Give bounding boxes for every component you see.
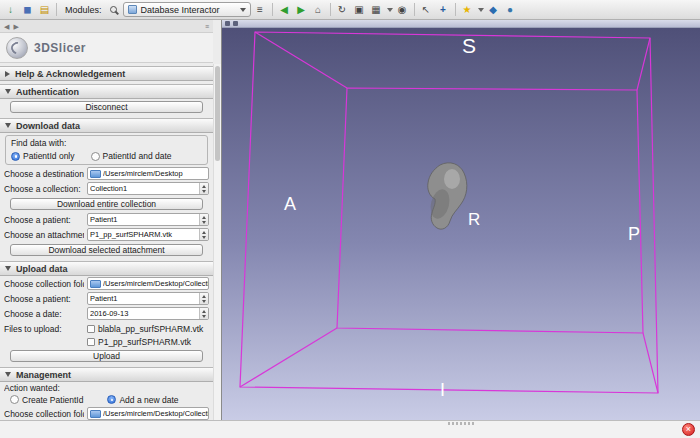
module-menu-icon[interactable]: ≡ xyxy=(253,2,268,18)
spinner-icon[interactable] xyxy=(199,308,208,319)
spinner-icon[interactable] xyxy=(199,293,208,304)
download-patient-row: Choose a patient: Patient1 xyxy=(0,212,213,227)
upload-folder-path-button[interactable]: /Users/mirclem/Desktop/Collection1 xyxy=(87,277,209,290)
view-pin-icon[interactable] xyxy=(225,21,230,26)
radio-patientid-and-date[interactable]: PatientId and date xyxy=(91,151,172,161)
management-folder-value: /Users/mirclem/Desktop/Collection1 xyxy=(103,409,208,418)
crosshair-icon[interactable]: + xyxy=(436,2,451,18)
upload-patient-combo[interactable]: Patient1 xyxy=(87,292,209,305)
spinner-icon[interactable] xyxy=(199,214,208,225)
view-controller-bar[interactable] xyxy=(222,20,700,28)
favorites-star-icon[interactable]: ★ xyxy=(460,2,475,18)
upload-patient-row: Choose a patient: Patient1 xyxy=(0,291,213,306)
screenshot-icon[interactable]: ◉ xyxy=(395,2,410,18)
extensions-icon[interactable]: ◆ xyxy=(486,2,501,18)
file-checkbox-2[interactable]: P1_pp_surfSPHARM.vtk xyxy=(87,337,191,347)
view-3d-icon[interactable]: ▣ xyxy=(352,2,367,18)
download-selected-attachment-button[interactable]: Download selected attachment xyxy=(10,244,203,256)
radio-unselected-icon xyxy=(91,152,100,161)
toolbar-separator xyxy=(330,3,331,16)
radio-label: PatientId and date xyxy=(103,151,172,161)
collapse-down-icon xyxy=(5,89,11,94)
orientation-label-anterior: A xyxy=(284,194,296,215)
model-surface[interactable] xyxy=(428,163,467,229)
collection-value: Collection1 xyxy=(90,184,197,193)
attachment-combo[interactable]: P1_pp_surfSPHARM.vtk xyxy=(87,228,209,241)
files-to-upload-label: Files to upload: xyxy=(4,324,84,334)
section-title: Upload data xyxy=(16,264,68,274)
upload-date-row: Choose a date: 2016-09-13 xyxy=(0,306,213,321)
toolbar-separator xyxy=(414,3,415,16)
spinner-icon[interactable] xyxy=(199,183,208,194)
slicer-window: ↓ ◼ ▤ Modules: Database Interactor ≡ ◀ ▶… xyxy=(0,0,700,438)
disconnect-button[interactable]: Disconnect xyxy=(10,101,203,113)
section-upload-data[interactable]: Upload data xyxy=(0,261,213,276)
section-download-data[interactable]: Download data xyxy=(0,118,213,133)
magnifier-glyph xyxy=(110,6,117,13)
threed-viewport: S A R P I xyxy=(222,20,700,420)
patient-value: Patient1 xyxy=(90,215,197,224)
main-area: ◀ ▶ ≡ 3DSlicer Help & Acknowledgement Au… xyxy=(0,20,700,420)
radio-patientid-only[interactable]: PatientId only xyxy=(11,151,75,161)
layout-caret-icon[interactable] xyxy=(387,8,393,12)
file-name: P1_pp_surfSPHARM.vtk xyxy=(98,337,191,347)
orientation-label-posterior: P xyxy=(628,224,640,245)
section-title: Authentication xyxy=(16,87,79,97)
section-authentication[interactable]: Authentication xyxy=(0,84,213,99)
upload-folder-label: Choose collection folder: xyxy=(4,279,84,289)
module-home-icon[interactable]: ⌂ xyxy=(311,2,326,18)
history-forward-icon[interactable]: ▶ xyxy=(294,2,309,18)
date-combo[interactable]: 2016-09-13 xyxy=(87,307,209,320)
module-search-icon[interactable] xyxy=(106,2,121,18)
radio-create-patientid[interactable]: Create PatientId xyxy=(10,395,83,405)
panel-back-icon[interactable]: ◀ xyxy=(4,23,9,30)
attachment-label: Choose an attachment: xyxy=(4,230,84,240)
save-icon[interactable]: ◼ xyxy=(20,2,35,18)
history-back-icon[interactable]: ◀ xyxy=(277,2,292,18)
section-help-acknowledgement[interactable]: Help & Acknowledgement xyxy=(0,66,213,81)
upload-folder-row: Choose collection folder: /Users/mirclem… xyxy=(0,276,213,291)
panel-forward-icon[interactable]: ▶ xyxy=(13,23,18,30)
file-checkbox-1[interactable]: blabla_pp_surfSPHARM.vtk xyxy=(87,324,203,334)
download-patient-combo[interactable]: Patient1 xyxy=(87,213,209,226)
mouse-mode-icon[interactable]: ↖ xyxy=(419,2,434,18)
find-data-radios: PatientId only PatientId and date xyxy=(11,151,202,161)
download-entire-collection-button[interactable]: Download entire collection xyxy=(10,198,203,210)
orientation-label-inferior: I xyxy=(440,380,445,401)
destination-path-value: /Users/mirclem/Desktop xyxy=(103,169,208,178)
management-folder-row: Choose collection folder: /Users/mirclem… xyxy=(0,406,213,420)
dicom-icon[interactable]: ▤ xyxy=(37,2,52,18)
panel-scrollbar[interactable] xyxy=(213,64,221,420)
radio-add-new-date[interactable]: Add a new date xyxy=(107,395,178,405)
error-log-button[interactable]: × xyxy=(682,423,695,436)
radio-label: PatientId only xyxy=(23,151,75,161)
view-menu-icon[interactable] xyxy=(233,21,238,26)
scrollbar-thumb[interactable] xyxy=(215,66,220,161)
attachment-row: Choose an attachment: P1_pp_surfSPHARM.v… xyxy=(0,227,213,242)
toolbar-separator xyxy=(272,3,273,16)
splitter-grip[interactable] xyxy=(448,422,474,425)
section-management[interactable]: Management xyxy=(0,367,213,382)
date-value: 2016-09-13 xyxy=(90,309,197,318)
layout-icon[interactable]: ▦ xyxy=(369,2,384,18)
load-data-icon[interactable]: ↓ xyxy=(3,2,18,18)
upload-button[interactable]: Upload xyxy=(10,350,203,362)
slicer-logo-icon xyxy=(6,37,28,59)
collapse-right-icon xyxy=(5,71,10,77)
section-title: Download data xyxy=(16,121,80,131)
files-to-upload-row-2: P1_pp_surfSPHARM.vtk xyxy=(0,336,213,348)
python-console-icon[interactable]: ● xyxy=(503,2,518,18)
patient-label: Choose a patient: xyxy=(4,215,84,225)
spinner-icon[interactable] xyxy=(199,229,208,240)
management-folder-path-button[interactable]: /Users/mirclem/Desktop/Collection1 xyxy=(87,407,209,420)
threed-view[interactable]: S A R P I xyxy=(222,28,700,420)
module-selector[interactable]: Database Interactor xyxy=(123,2,251,17)
status-bar: × xyxy=(0,420,700,438)
toolbar-separator xyxy=(56,3,57,16)
refresh-icon[interactable]: ↻ xyxy=(335,2,350,18)
favorites-caret-icon[interactable] xyxy=(478,8,484,12)
destination-path-button[interactable]: /Users/mirclem/Desktop xyxy=(87,167,209,180)
action-wanted-label: Action wanted: xyxy=(4,383,164,393)
collection-combo[interactable]: Collection1 xyxy=(87,182,209,195)
panel-menu-icon[interactable]: ≡ xyxy=(205,23,209,30)
